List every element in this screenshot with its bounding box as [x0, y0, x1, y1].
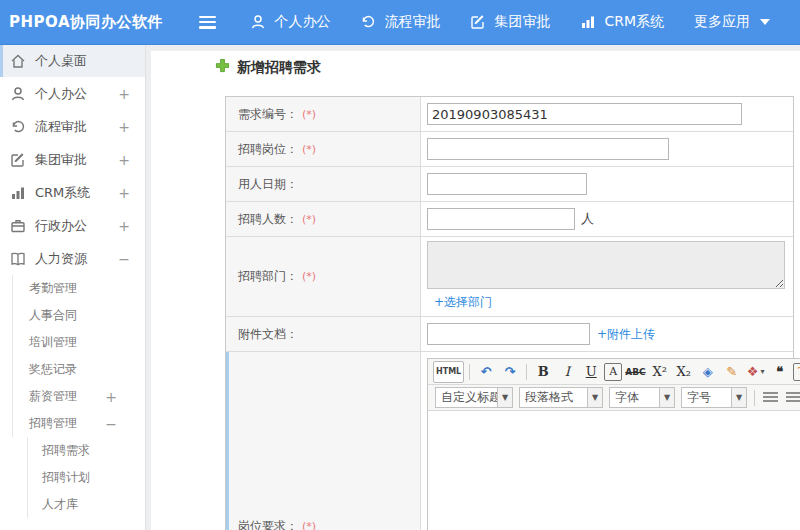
recruit-department-select-link[interactable]: +选择部门 [434, 294, 492, 311]
collapse-minus-icon[interactable]: − [105, 417, 117, 431]
field-input-cell-position-requirement: HTML↶↷BIUAABCX²X₂◈✎❖▾❝TA▾ab自定义标题▼段落格式▼字体… [421, 352, 793, 530]
expand-plus-icon[interactable]: + [118, 186, 130, 200]
employment-date-input[interactable] [427, 173, 587, 195]
recruit-position-input[interactable] [427, 138, 669, 160]
nav-crm-system-label: CRM系统 [604, 13, 664, 31]
font-size-select[interactable]: 字号▼ [681, 387, 747, 408]
editor-content-area[interactable] [428, 411, 800, 530]
bold-button[interactable]: B [532, 361, 554, 383]
sidebar-item-recruit-demand[interactable]: 招聘需求 [27, 437, 145, 464]
italic-button[interactable]: I [556, 361, 578, 383]
custom-title-select[interactable]: 自定义标题▼ [435, 387, 513, 408]
top-header: PHPOA协同办公软件 个人办公流程审批集团审批CRM系统更多应用 [0, 0, 800, 45]
paste-button[interactable]: T [793, 363, 800, 381]
underline-button[interactable]: U [580, 361, 602, 383]
sidebar-item-personnel-contract[interactable]: 人事合同 [12, 302, 145, 329]
menu-icon[interactable] [199, 16, 217, 29]
sidebar-item-admin-office[interactable]: 行政办公+ [0, 209, 145, 242]
expand-plus-icon[interactable]: + [118, 153, 130, 167]
sidebar-item-crm-system-label: CRM系统 [35, 184, 90, 202]
app-root: { "header": { "brand": "PHPOA协同办公软件", "n… [0, 0, 800, 530]
recruit-count-input[interactable] [427, 208, 575, 230]
sidebar-item-training-mgmt[interactable]: 培训管理 [12, 329, 145, 356]
page-title-row: 新增招聘需求 [215, 58, 321, 77]
chart-icon [580, 14, 596, 30]
recruit-department-textarea[interactable] [427, 241, 785, 289]
chevron-down-icon[interactable] [760, 19, 770, 25]
toolbar-separator [526, 364, 527, 380]
field-label-demand-number: 需求编号：(*) [226, 97, 421, 131]
sidebar-item-reward-punishment[interactable]: 奖惩记录 [12, 356, 145, 383]
unit-label: 人 [581, 210, 594, 228]
collapse-minus-icon[interactable]: − [118, 252, 130, 266]
nav-group-approval[interactable]: 集团审批 [470, 13, 550, 31]
chevron-down-icon[interactable]: ▼ [587, 388, 602, 407]
blockquote-button[interactable]: ❝ [769, 361, 791, 383]
sidebar-item-salary-mgmt-label: 薪资管理 [29, 388, 77, 405]
field-label-text: 招聘人数： [238, 211, 298, 228]
chevron-down-icon[interactable]: ▼ [497, 388, 512, 407]
nav-crm-system[interactable]: CRM系统 [580, 13, 664, 31]
user-icon [250, 14, 266, 30]
auto-typeset-button[interactable]: ❖▾ [745, 361, 767, 383]
chevron-down-icon[interactable]: ▼ [659, 388, 674, 407]
nav-personal-office[interactable]: 个人办公 [250, 13, 330, 31]
eraser-button[interactable]: ◈ [697, 361, 719, 383]
align-left-button[interactable] [763, 392, 778, 404]
attachment-doc-input[interactable] [427, 323, 590, 345]
font-family-select[interactable]: 字体▼ [609, 387, 675, 408]
user-icon [10, 86, 26, 102]
html-source-button[interactable]: HTML [433, 361, 464, 383]
toolbar-separator [754, 390, 755, 406]
field-label-recruit-count: 招聘人数：(*) [226, 202, 421, 236]
briefcase-icon [10, 218, 26, 234]
sidebar-item-personal-desktop-label: 个人桌面 [35, 52, 87, 70]
sidebar-item-talent-pool[interactable]: 人才库 [27, 491, 145, 518]
book-icon [10, 251, 26, 267]
chevron-down-icon[interactable]: ▼ [731, 388, 746, 407]
nav-more-apps[interactable]: 更多应用 [694, 13, 770, 31]
required-marker: (*) [302, 520, 316, 530]
nav-more-apps-label: 更多应用 [694, 13, 750, 31]
sidebar-item-attendance-mgmt-label: 考勤管理 [29, 280, 77, 297]
sidebar-item-human-resources[interactable]: 人力资源− [0, 242, 145, 275]
top-nav: 个人办公流程审批集团审批CRM系统更多应用 [250, 13, 800, 31]
sidebar-item-recruit-mgmt-label: 招聘管理 [29, 415, 77, 432]
sidebar-item-workflow-approval-label: 流程审批 [35, 118, 87, 136]
superscript-button[interactable]: X² [649, 361, 671, 383]
form-row-recruit-position: 招聘岗位：(*) [226, 132, 793, 167]
field-label-text: 招聘部门： [238, 268, 298, 285]
demand-number-input[interactable] [427, 103, 742, 125]
sidebar-item-personal-desktop[interactable]: 个人桌面 [0, 44, 145, 77]
sidebar-item-talent-pool-label: 人才库 [42, 496, 78, 513]
field-label-text: 岗位要求： [238, 518, 298, 530]
sidebar-item-recruit-plan[interactable]: 招聘计划 [27, 464, 145, 491]
expand-plus-icon[interactable]: + [118, 87, 130, 101]
nav-workflow-approval-label: 流程审批 [384, 13, 440, 31]
paragraph-format-select[interactable]: 段落格式▼ [519, 387, 603, 408]
sidebar-item-crm-system[interactable]: CRM系统+ [0, 176, 145, 209]
align-center-button[interactable] [786, 392, 800, 404]
bordered-text-button[interactable]: A [604, 363, 622, 381]
sidebar-item-salary-mgmt[interactable]: 薪资管理+ [12, 383, 145, 410]
sidebar-item-recruit-mgmt[interactable]: 招聘管理− [12, 410, 145, 437]
expand-plus-icon[interactable]: + [118, 219, 130, 233]
format-brush-button[interactable]: ✎ [721, 361, 743, 383]
sidebar-item-group-approval[interactable]: 集团审批+ [0, 143, 145, 176]
nav-workflow-approval[interactable]: 流程审批 [360, 13, 440, 31]
sidebar-item-attendance-mgmt[interactable]: 考勤管理 [12, 275, 145, 302]
expand-plus-icon[interactable]: + [105, 390, 117, 404]
sidebar-item-workflow-approval[interactable]: 流程审批+ [0, 110, 145, 143]
add-plus-icon [215, 58, 230, 77]
field-label-employment-date: 用人日期： [226, 167, 421, 201]
redo-button[interactable]: ↷ [499, 361, 521, 383]
sidebar-item-personal-office[interactable]: 个人办公+ [0, 77, 145, 110]
undo-button[interactable]: ↶ [475, 361, 497, 383]
app-logo: PHPOA协同办公软件 [0, 13, 191, 32]
expand-plus-icon[interactable]: + [118, 120, 130, 134]
field-input-cell-attachment-doc: +附件上传 [421, 317, 793, 351]
field-label-text: 需求编号： [238, 106, 298, 123]
attachment-doc-upload-link[interactable]: +附件上传 [597, 326, 655, 343]
subscript-button[interactable]: X₂ [673, 361, 695, 383]
strikethrough-button[interactable]: ABC [624, 361, 646, 383]
